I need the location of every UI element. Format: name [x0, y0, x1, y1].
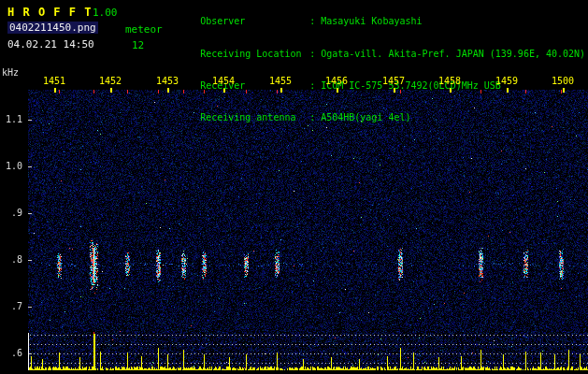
info-value: Ogata-vill. Akita-Pref. JAPAN (139.96E, … — [321, 49, 585, 59]
info-separator: : — [309, 49, 315, 59]
observer-info: Observer:Masayuki Kobayashi Receiving Lo… — [166, 6, 585, 134]
freq-tick-label: 1.1 — [0, 114, 22, 124]
info-value: Masayuki Kobayashi — [321, 16, 422, 26]
freq-tick-label: .6 — [0, 348, 22, 358]
info-row-antenna: Receiving antenna:A504HB(yagi 4el) — [166, 102, 585, 134]
time-tick-label: 1453 — [156, 76, 179, 86]
time-tick-label: 1459 — [495, 76, 518, 86]
hrofft-output: H R O F F T 1.00 0402211450.png meteor 0… — [0, 0, 588, 374]
time-tick-label: 1451 — [43, 76, 65, 86]
file-datetime: 04.02.21 14:50 — [7, 38, 94, 50]
time-tick-label: 1455 — [269, 76, 292, 86]
info-label: Receiving Location — [200, 49, 309, 59]
time-tick-label: 1456 — [325, 76, 348, 86]
app-title: H R O F F T — [7, 6, 92, 19]
app-version: 1.00 — [93, 7, 118, 19]
freq-tick-label: 1.0 — [0, 161, 22, 171]
meteor-count: 12 — [132, 39, 144, 51]
freq-tick-label: .8 — [0, 254, 22, 265]
freq-tick-label: .7 — [0, 301, 22, 311]
info-value: ICOM IC-575 53.7492(0LCD)MHz USB — [321, 80, 501, 91]
info-separator: : — [309, 112, 315, 122]
info-row-location: Receiving Location:Ogata-vill. Akita-Pre… — [166, 37, 585, 69]
mode-label: meteor — [125, 23, 163, 36]
info-separator: : — [309, 80, 315, 91]
freq-tick-label: .9 — [0, 208, 22, 218]
info-row-observer: Observer:Masayuki Kobayashi — [166, 6, 585, 37]
time-tick-label: 1454 — [212, 76, 235, 86]
info-value: A504HB(yagi 4el) — [321, 112, 410, 122]
info-label: Observer — [200, 16, 309, 26]
time-tick-label: 1457 — [382, 76, 405, 86]
freq-axis-unit-label: kHz — [2, 67, 19, 78]
info-separator: : — [309, 16, 315, 26]
info-label: Receiving antenna — [200, 112, 309, 122]
time-tick-label: 1458 — [438, 76, 461, 86]
time-tick-label: 1500 — [552, 76, 574, 86]
filename: 0402211450.png — [7, 22, 98, 34]
time-tick-label: 1452 — [99, 76, 122, 86]
